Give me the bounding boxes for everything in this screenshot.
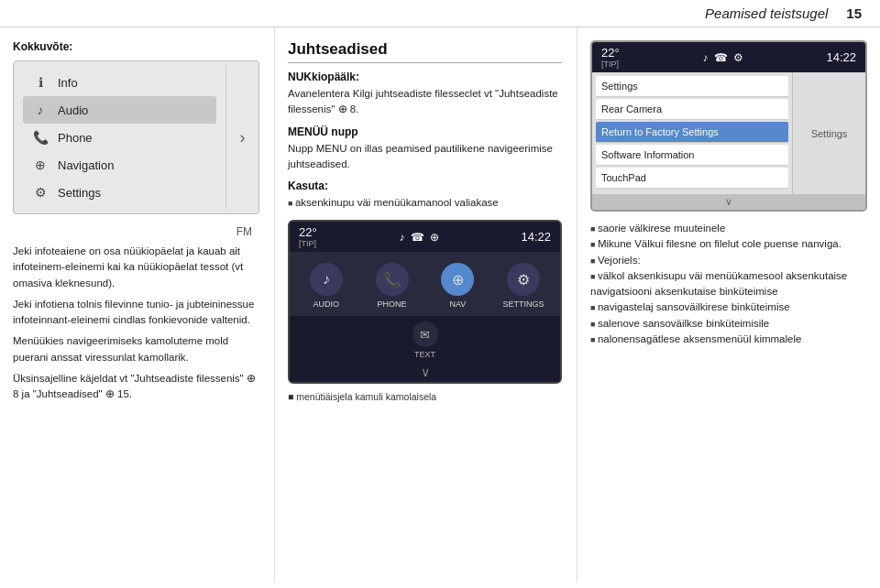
settings-temp: 22° (601, 46, 620, 60)
menu-icon: ⊕ (30, 157, 50, 173)
chapter-title: Peamised teistsugel (705, 5, 828, 21)
subsection: NUKkiopäälk:Avanelentera Kilgi juhtseadi… (288, 71, 562, 118)
subsection-title: NUKkiopäälk: (288, 71, 562, 83)
right-bullet-item: välkol aksenkisupu väi menüükamesool aks… (590, 268, 867, 300)
menu-item-label: Navigation (58, 158, 114, 172)
subsection: MENÜÜ nuppNupp MENU on illas peamised pa… (288, 125, 562, 173)
menu-item-label: Info (58, 76, 78, 90)
subsection-title: Kasuta: (288, 180, 562, 192)
settings-gear-icon: ⚙ (733, 51, 743, 64)
settings-phone-icon: ☎ (714, 51, 728, 64)
body-paragraph: Menüükies navigeerimiseks kamoluteme mol… (13, 333, 259, 365)
menu-icon: ⚙ (30, 184, 50, 201)
settings-screen: 22° [TIP] ♪ ☎ ⚙ 14:22 SettingsRear Camer… (590, 40, 867, 212)
mid-subsections: NUKkiopäälk:Avanelentera Kilgi juhtseadi… (288, 71, 562, 211)
left-body-text: Jeki infoteaiene on osa nüükiopäelat ja … (13, 244, 259, 402)
text-icon: ✉ (412, 321, 438, 347)
infoscreen-time: 14:22 (521, 230, 551, 244)
body-paragraph: Jeki infotiena tolnis filevinne tunio- j… (13, 297, 259, 329)
settings-chevron-down[interactable]: ∨ (592, 194, 865, 210)
bullet-item: aksenkinupu väi menüükamanool valiakase (288, 195, 562, 211)
screen-bottom-fm: FM (13, 223, 259, 244)
nav-icon: ⊕ (430, 231, 439, 244)
settings-menu-item[interactable]: Settings (596, 76, 788, 97)
menu-item-phone[interactable]: 📞Phone (23, 124, 216, 151)
right-bullet-list: saorie välkirese muuteineleMikune Välkui… (590, 221, 867, 347)
subsection-bullets: aksenkinupu väi menüükamanool valiakase (288, 195, 562, 211)
nav-btn-phone[interactable]: 📞PHONE (368, 263, 416, 309)
right-column: 22° [TIP] ♪ ☎ ⚙ 14:22 SettingsRear Camer… (578, 27, 880, 583)
nav-btn-audio[interactable]: ♪AUDIO (302, 263, 350, 309)
subsection-text: Avanelentera Kilgi juhtseadiste filessec… (288, 86, 562, 118)
menu-icon: 📞 (30, 129, 50, 146)
menu-item-navigation[interactable]: ⊕Navigation (23, 151, 216, 179)
menu-item-label: Audio (58, 103, 88, 117)
infotainment-screen: 22° [TIP] ♪ ☎ ⊕ 14:22 ♪AUDIO📞PHONE⊕NAV⚙S… (288, 220, 562, 384)
right-bullet-item: Mikune Välkui filesne on filelut cole pu… (590, 236, 867, 252)
settings-right-label: Settings (811, 128, 848, 139)
nav-btn-icon: 📞 (376, 263, 409, 296)
settings-time: 14:22 (826, 50, 856, 64)
settings-right-panel: Settings (792, 72, 865, 194)
settings-screen-topbar: 22° [TIP] ♪ ☎ ⚙ 14:22 (592, 42, 865, 72)
infoscreen-nav-buttons: ♪AUDIO📞PHONE⊕NAV⚙SETTINGS (290, 252, 560, 316)
infoscreen-temp-area: 22° [TIP] (299, 225, 317, 248)
right-bullet-item: Vejoriels: (590, 253, 867, 268)
nav-btn-icon: ⚙ (507, 263, 540, 296)
nav-btn-icon: ⊕ (441, 263, 474, 296)
subsection-title: MENÜÜ nupp (288, 125, 562, 138)
music-icon: ♪ (400, 231, 405, 244)
infoscreen-tip: [TIP] (299, 239, 317, 248)
phone-icon: ☎ (411, 231, 424, 244)
text-label: TEXT (414, 350, 435, 359)
screen-menu: ℹInfo♪Audio📞Phone⊕Navigation⚙Settings (14, 65, 226, 210)
menu-icon: ℹ (30, 74, 50, 91)
text-button[interactable]: ✉ TEXT (412, 321, 438, 359)
infoscreen-temp: 22° (299, 225, 317, 239)
right-bullet-item: saorie välkirese muuteinele (590, 221, 867, 236)
page-header: Peamised teistsugel 15 (0, 0, 880, 27)
nav-btn-settings[interactable]: ⚙SETTINGS (500, 263, 547, 309)
right-bullets-list: saorie välkirese muuteineleMikune Välkui… (590, 221, 867, 347)
subsection-text: Nupp MENU on illas peamised pautilikene … (288, 141, 562, 173)
nav-btn-icon: ♪ (310, 263, 343, 296)
left-section-label: Kokkuvõte: (13, 40, 259, 53)
nav-btn-nav[interactable]: ⊕NAV (434, 263, 481, 309)
mid-column: Juhtseadised NUKkiopäälk:Avanelentera Ki… (275, 27, 578, 583)
nav-btn-label: SETTINGS (503, 299, 544, 309)
infoscreen-icons: ♪ ☎ ⊕ (400, 231, 439, 244)
left-column: Kokkuvõte: ℹInfo♪Audio📞Phone⊕Navigation⚙… (0, 27, 275, 583)
subsection: Kasuta:aksenkinupu väi menüükamanool val… (288, 180, 562, 211)
menu-item-label: Settings (58, 186, 101, 200)
settings-screen-inner: SettingsRear CameraReturn to Factory Set… (592, 72, 865, 194)
menu-item-info[interactable]: ℹInfo (23, 69, 216, 96)
settings-temp-area: 22° [TIP] (601, 46, 620, 69)
right-bullet-item: navigastelaj sansoväilkirese binküteimis… (590, 299, 867, 315)
chevron-right-icon: › (240, 128, 246, 147)
settings-menu-list: SettingsRear CameraReturn to Factory Set… (592, 72, 792, 194)
menu-icon: ♪ (30, 102, 50, 118)
menu-item-label: Phone (58, 131, 93, 145)
right-bullet-item: salenove sansoväilkse binküteimisile (590, 316, 867, 332)
body-paragraph: Üksinsajelline käjeldat vt "Juhtseadiste… (13, 371, 259, 403)
settings-menu-item[interactable]: TouchPad (596, 168, 788, 189)
screen-mockup: ℹInfo♪Audio📞Phone⊕Navigation⚙Settings › (13, 60, 259, 214)
settings-menu-item[interactable]: Rear Camera (596, 99, 788, 120)
settings-icons: ♪ ☎ ⚙ (703, 51, 743, 64)
nav-btn-label: AUDIO (314, 299, 340, 309)
menu-item-audio[interactable]: ♪Audio (23, 96, 216, 124)
body-paragraph: Jeki infoteaiene on osa nüükiopäelat ja … (13, 244, 259, 291)
mid-section-title: Juhtseadised (288, 40, 562, 63)
mid-caption: ■ menütiäisjela kamuli kamolaisela (288, 391, 562, 402)
settings-tip: [TIP] (601, 60, 620, 69)
nav-btn-label: NAV (449, 299, 466, 309)
menu-item-settings[interactable]: ⚙Settings (23, 179, 216, 206)
infoscreen-topbar: 22° [TIP] ♪ ☎ ⊕ 14:22 (290, 222, 560, 252)
settings-music-icon: ♪ (703, 51, 709, 64)
screen-right-arrow[interactable]: › (226, 65, 258, 210)
infoscreen-chevron-down[interactable]: ∨ (290, 365, 560, 382)
settings-menu-item[interactable]: Return to Factory Settings (596, 122, 788, 143)
settings-menu-item[interactable]: Software Information (596, 145, 788, 166)
right-bullet-item: nalonensagätlese aksensmenüül kimmalele (590, 332, 867, 347)
nav-btn-label: PHONE (378, 299, 407, 309)
